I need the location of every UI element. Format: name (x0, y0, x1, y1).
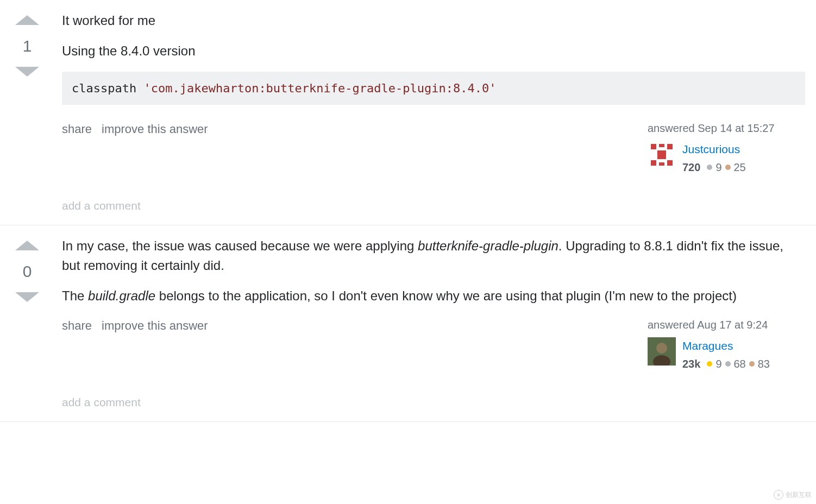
gold-badge-count: 9 (715, 356, 721, 372)
avatar[interactable] (648, 141, 676, 169)
answer-body: It worked for me Using the 8.4.0 version… (49, 11, 811, 214)
user-name-link[interactable]: Justcurious (682, 141, 746, 158)
code-keyword: classpath (72, 81, 143, 95)
vote-count: 1 (23, 30, 32, 61)
silver-badge-icon (725, 361, 731, 367)
bronze-badge-icon (725, 165, 731, 170)
user-info: Justcurious 720 9 25 (682, 141, 746, 175)
paragraph: Using the 8.4.0 version (62, 41, 805, 61)
bronze-badge-count: 83 (758, 356, 770, 372)
share-link[interactable]: share (62, 120, 92, 138)
answer-text: It worked for me Using the 8.4.0 version… (62, 11, 805, 105)
code-string: 'com.jakewharton:butterknife-gradle-plug… (143, 81, 496, 95)
answer: 1 It worked for me Using the 8.4.0 versi… (0, 0, 816, 225)
paragraph: In my case, the issue was caused because… (62, 236, 805, 275)
upvote-icon[interactable] (15, 241, 39, 250)
user-info: Maragues 23k 9 68 83 (682, 337, 770, 372)
silver-badge-count: 9 (715, 159, 721, 175)
gold-badge-icon (707, 361, 712, 367)
downvote-icon[interactable] (15, 292, 39, 302)
svg-rect-2 (667, 144, 673, 149)
badges-row: 720 9 25 (682, 159, 746, 175)
avatar[interactable] (648, 337, 676, 366)
svg-rect-3 (657, 150, 666, 159)
vote-column: 1 (5, 11, 49, 214)
code-block: classpath 'com.jakewharton:butterknife-g… (62, 72, 805, 105)
answered-label: answered Sep 14 at 15:27 (648, 120, 805, 136)
answer-text: In my case, the issue was caused because… (62, 236, 805, 306)
answered-label: answered Aug 17 at 9:24 (648, 317, 805, 333)
vote-count: 0 (23, 256, 32, 287)
reputation: 23k (682, 356, 700, 372)
svg-rect-7 (659, 162, 664, 166)
silver-badge-icon (707, 165, 712, 170)
svg-rect-6 (659, 144, 664, 147)
reputation: 720 (682, 159, 700, 175)
user-card: answered Aug 17 at 9:24 Maragues 23k (648, 317, 805, 372)
paragraph: It worked for me (62, 11, 805, 30)
silver-badge-count: 68 (734, 356, 746, 372)
user-row: Justcurious 720 9 25 (648, 141, 805, 175)
action-links: share improve this answer (62, 317, 208, 335)
avatar-photo-icon (648, 337, 676, 366)
svg-rect-5 (667, 160, 673, 166)
share-link[interactable]: share (62, 317, 92, 335)
add-comment-link[interactable]: add a comment (62, 197, 805, 215)
action-row: share improve this answer answered Sep 1… (62, 120, 805, 175)
badges-row: 23k 9 68 83 (682, 356, 770, 372)
bronze-badge-icon (749, 361, 755, 367)
answer-body: In my case, the issue was caused because… (49, 236, 811, 411)
downvote-icon[interactable] (15, 67, 39, 77)
user-name-link[interactable]: Maragues (682, 337, 770, 355)
bronze-badge-count: 25 (734, 159, 746, 175)
identicon-icon (648, 141, 676, 169)
improve-link[interactable]: improve this answer (102, 120, 208, 138)
svg-rect-4 (651, 160, 656, 166)
upvote-icon[interactable] (15, 15, 39, 25)
vote-column: 0 (5, 236, 49, 411)
paragraph: The build.gradle belongs to the applicat… (62, 286, 805, 306)
answer: 0 In my case, the issue was caused becau… (0, 225, 816, 422)
svg-point-9 (656, 343, 667, 354)
svg-rect-1 (651, 144, 656, 149)
user-card: answered Sep 14 at 15:27 (648, 120, 805, 175)
improve-link[interactable]: improve this answer (102, 317, 208, 335)
action-row: share improve this answer answered Aug 1… (62, 317, 805, 372)
action-links: share improve this answer (62, 120, 208, 138)
user-row: Maragues 23k 9 68 83 (648, 337, 805, 372)
add-comment-link[interactable]: add a comment (62, 394, 805, 411)
